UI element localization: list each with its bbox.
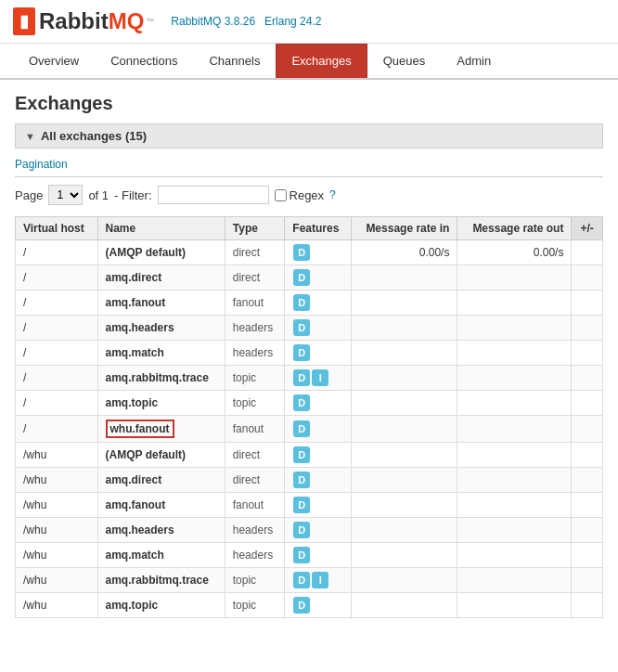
cell-rate-in xyxy=(351,593,457,618)
cell-pm xyxy=(572,240,603,265)
cell-features: D xyxy=(285,468,352,493)
cell-type: direct xyxy=(225,468,285,493)
cell-rate-in xyxy=(351,391,457,416)
table-row[interactable]: /whuamq.matchheadersD xyxy=(16,543,603,568)
cell-rate-in xyxy=(351,366,457,391)
cell-pm xyxy=(572,493,603,518)
cell-name[interactable]: amq.fanout xyxy=(97,493,225,518)
col-type: Type xyxy=(225,217,285,240)
cell-rate-out xyxy=(457,468,572,493)
filter-label: - Filter: xyxy=(114,188,151,202)
cell-type: fanout xyxy=(225,493,285,518)
cell-features: D xyxy=(285,291,352,316)
table-row[interactable]: /whu(AMQP default)directD xyxy=(16,443,603,468)
cell-vhost: / xyxy=(16,366,98,391)
cell-rate-in xyxy=(351,265,457,291)
section-title: All exchanges (15) xyxy=(41,129,147,143)
cell-features: D xyxy=(285,518,352,543)
table-row[interactable]: /amq.headersheadersD xyxy=(16,316,603,341)
cell-pm xyxy=(572,568,603,593)
nav-queues[interactable]: Queues xyxy=(367,44,442,78)
cell-vhost: / xyxy=(16,265,98,291)
cell-vhost: / xyxy=(16,291,98,316)
cell-pm xyxy=(572,468,603,493)
nav-overview[interactable]: Overview xyxy=(13,44,95,78)
cell-name[interactable]: amq.match xyxy=(97,341,225,366)
table-row[interactable]: /amq.matchheadersD xyxy=(16,341,603,366)
pagination-row: Page 1 of 1 - Filter: Regex ? xyxy=(15,185,603,205)
cell-name[interactable]: amq.headers xyxy=(97,316,225,341)
cell-rate-out: 0.00/s xyxy=(457,240,572,265)
cell-rate-out xyxy=(457,391,572,416)
cell-pm xyxy=(572,341,603,366)
table-row[interactable]: /amq.topictopicD xyxy=(16,391,603,416)
section-header[interactable]: ▼ All exchanges (15) xyxy=(15,123,603,149)
cell-rate-out xyxy=(457,265,572,291)
table-row[interactable]: /amq.fanoutfanoutD xyxy=(16,291,603,316)
cell-name[interactable]: amq.topic xyxy=(97,391,225,416)
cell-type: fanout xyxy=(225,291,285,316)
cell-name[interactable]: amq.direct xyxy=(97,468,225,493)
cell-type: direct xyxy=(225,265,285,291)
regex-checkbox[interactable] xyxy=(275,189,287,201)
cell-features: D xyxy=(285,493,352,518)
col-features: Features xyxy=(285,217,352,240)
cell-pm xyxy=(572,543,603,568)
cell-pm xyxy=(572,593,603,618)
cell-name[interactable]: amq.direct xyxy=(97,265,225,291)
cell-type: topic xyxy=(225,593,285,618)
nav-channels[interactable]: Channels xyxy=(193,44,276,78)
cell-rate-out xyxy=(457,341,572,366)
cell-rate-in xyxy=(351,568,457,593)
cell-rate-in xyxy=(351,416,457,443)
header-erlang: Erlang 24.2 xyxy=(264,15,321,28)
cell-rate-out xyxy=(457,493,572,518)
cell-vhost: / xyxy=(16,341,98,366)
cell-rate-out xyxy=(457,568,572,593)
cell-type: topic xyxy=(225,568,285,593)
cell-features: D xyxy=(285,593,352,618)
table-row[interactable]: /(AMQP default)directD0.00/s0.00/s xyxy=(16,240,603,265)
main-nav: Overview Connections Channels Exchanges … xyxy=(0,44,618,80)
filter-input[interactable] xyxy=(158,186,269,204)
table-row[interactable]: /whuamq.directdirectD xyxy=(16,468,603,493)
table-row[interactable]: /whuamq.rabbitmq.tracetopicDI xyxy=(16,568,603,593)
cell-features: DI xyxy=(285,568,352,593)
table-row[interactable]: /amq.rabbitmq.tracetopicDI xyxy=(16,366,603,391)
cell-features: D xyxy=(285,265,352,291)
cell-name[interactable]: (AMQP default) xyxy=(97,240,225,265)
cell-rate-out xyxy=(457,316,572,341)
table-header-row: Virtual host Name Type Features Message … xyxy=(16,217,603,240)
nav-connections[interactable]: Connections xyxy=(95,44,193,78)
cell-pm xyxy=(572,443,603,468)
cell-vhost: / xyxy=(16,240,98,265)
table-row[interactable]: /whuamq.headersheadersD xyxy=(16,518,603,543)
table-row[interactable]: /whu.fanoutfanoutD xyxy=(16,416,603,443)
regex-help[interactable]: ? xyxy=(329,188,336,201)
col-rate-out: Message rate out xyxy=(457,217,572,240)
cell-name[interactable]: amq.match xyxy=(97,543,225,568)
table-row[interactable]: /whuamq.topictopicD xyxy=(16,593,603,618)
cell-name[interactable]: amq.rabbitmq.trace xyxy=(97,568,225,593)
page-select[interactable]: 1 xyxy=(48,185,83,205)
cell-rate-out xyxy=(457,366,572,391)
cell-rate-out xyxy=(457,291,572,316)
nav-exchanges[interactable]: Exchanges xyxy=(276,44,367,78)
table-row[interactable]: /amq.directdirectD xyxy=(16,265,603,291)
cell-name[interactable]: amq.fanout xyxy=(97,291,225,316)
cell-name[interactable]: amq.headers xyxy=(97,518,225,543)
cell-name[interactable]: amq.topic xyxy=(97,593,225,618)
cell-type: direct xyxy=(225,443,285,468)
cell-rate-out xyxy=(457,518,572,543)
cell-pm xyxy=(572,518,603,543)
cell-name[interactable]: (AMQP default) xyxy=(97,443,225,468)
nav-admin[interactable]: Admin xyxy=(441,44,507,78)
header-version: RabbitMQ 3.8.26 xyxy=(171,15,255,28)
cell-name[interactable]: amq.rabbitmq.trace xyxy=(97,366,225,391)
cell-features: D xyxy=(285,240,352,265)
cell-rate-out xyxy=(457,443,572,468)
cell-name[interactable]: whu.fanout xyxy=(97,416,225,443)
cell-type: fanout xyxy=(225,416,285,443)
table-row[interactable]: /whuamq.fanoutfanoutD xyxy=(16,493,603,518)
section-arrow-icon: ▼ xyxy=(25,131,35,142)
